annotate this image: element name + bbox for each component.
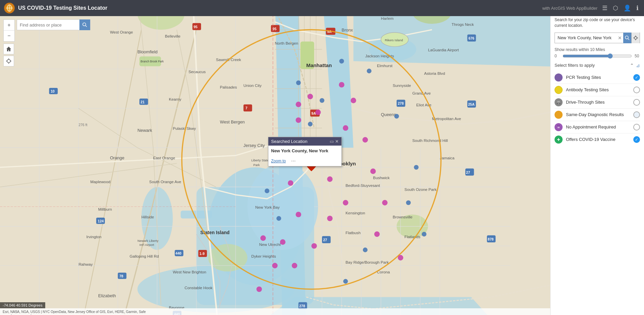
svg-point-176 <box>265 189 269 193</box>
zoom-out-button[interactable]: − <box>4 31 14 41</box>
map-attribution: Esri, NASA, NGA, USGS | NYC OpenData, Ne… <box>0 308 644 315</box>
map-search-input[interactable] <box>17 22 79 28</box>
svg-text:276 ft: 276 ft <box>78 123 87 127</box>
map-search-button[interactable] <box>79 19 90 30</box>
svg-text:Palisades: Palisades <box>220 85 237 89</box>
svg-text:Newark Liberty: Newark Liberty <box>137 239 158 243</box>
svg-point-227 <box>557 103 558 104</box>
svg-text:Jamaica: Jamaica <box>440 156 455 160</box>
svg-point-200 <box>260 235 266 241</box>
svg-text:Belleville: Belleville <box>165 34 180 38</box>
layers-icon[interactable]: ⬡ <box>611 3 620 13</box>
filters-header: Select filters to apply ⌃ ⊿ <box>555 63 640 68</box>
filter-checkbox-sameday[interactable] <box>633 111 640 118</box>
svg-text:21: 21 <box>141 100 145 104</box>
filter-label-antibody: Antibody Testing Sites <box>566 87 630 92</box>
svg-text:South Ozone Park: South Ozone Park <box>404 187 437 192</box>
svg-text:Elizabeth: Elizabeth <box>98 293 116 298</box>
filter-item-antibody: Antibody Testing Sites <box>555 84 640 96</box>
svg-point-180 <box>315 109 321 115</box>
filter-item-vaccine: Offers COVID-19 Vaccine <box>555 134 640 146</box>
app-logo <box>4 3 15 13</box>
filter-checkbox-pcr[interactable] <box>633 74 640 81</box>
searched-location-popup: Searched Location ▭ ✕ New York County, N… <box>268 137 342 166</box>
svg-point-214 <box>83 23 86 26</box>
popup-more-options[interactable]: ··· <box>291 158 296 164</box>
svg-point-185 <box>327 176 332 182</box>
svg-point-202 <box>256 286 262 292</box>
svg-text:10: 10 <box>51 89 55 93</box>
filter-item-pcr: PCR Testing Sites <box>555 71 640 84</box>
svg-text:South Orange Ave: South Orange Ave <box>149 179 181 184</box>
menu-icon[interactable]: ☰ <box>601 3 609 13</box>
filter-checkbox-antibody[interactable] <box>633 87 640 93</box>
home-button[interactable] <box>3 44 14 54</box>
svg-text:27: 27 <box>323 238 327 242</box>
svg-point-191 <box>311 243 317 249</box>
svg-point-193 <box>351 98 356 103</box>
svg-point-187 <box>327 216 332 221</box>
panel-search-go-button[interactable] <box>623 33 631 43</box>
svg-point-192 <box>343 125 348 130</box>
popup-zoom-link[interactable]: Zoom to <box>271 159 286 163</box>
map-search-bar <box>17 19 90 30</box>
range-slider[interactable] <box>563 53 632 59</box>
svg-point-179 <box>296 102 301 107</box>
svg-text:Millburn: Millburn <box>98 207 112 211</box>
svg-point-189 <box>280 239 285 245</box>
svg-text:676: 676 <box>468 36 474 40</box>
svg-text:Pulaski Skwy: Pulaski Skwy <box>173 126 196 130</box>
svg-text:West Orange: West Orange <box>110 30 133 34</box>
svg-point-197 <box>382 200 387 205</box>
locate-button[interactable] <box>3 56 14 66</box>
info-icon[interactable]: ℹ <box>635 3 640 13</box>
panel-search-input[interactable] <box>555 35 617 40</box>
filter-item-drive: Drive-Through Sites <box>555 96 640 109</box>
svg-point-196 <box>370 168 376 174</box>
map-area: Manhattan Brooklyn Queens Bronx Staten I… <box>0 16 644 315</box>
svg-point-181 <box>296 117 301 123</box>
panel-search-clear-button[interactable]: ✕ <box>617 35 623 41</box>
svg-text:124: 124 <box>98 219 104 223</box>
map-toolbar: + − <box>3 19 15 66</box>
svg-point-172 <box>406 200 411 205</box>
svg-point-167 <box>308 122 313 126</box>
svg-text:East Orange: East Orange <box>153 156 175 160</box>
svg-text:Elmhurst: Elmhurst <box>377 63 393 68</box>
svg-text:Rahway: Rahway <box>78 262 92 266</box>
svg-rect-130 <box>244 104 252 111</box>
svg-point-228 <box>560 103 561 104</box>
share-icon[interactable]: 👤 <box>622 3 632 13</box>
svg-text:Park: Park <box>253 163 260 167</box>
app-subtitle: with ArcGIS Web AppBuilder <box>542 6 597 11</box>
filter-list: PCR Testing Sites Antibody Testing Sites… <box>555 71 640 146</box>
svg-text:Jersey City: Jersey City <box>244 143 265 148</box>
svg-text:9A: 9A <box>311 111 316 115</box>
svg-text:West Bergen: West Bergen <box>220 119 245 124</box>
filters-label: Select filters to apply <box>555 63 595 68</box>
svg-text:Metropolitan Ave: Metropolitan Ave <box>432 116 461 121</box>
zoom-in-button[interactable]: + <box>4 20 14 31</box>
filter-checkbox-drive[interactable] <box>633 99 640 106</box>
popup-close-icon[interactable]: ✕ <box>335 139 339 144</box>
svg-text:Branch Brook Park: Branch Brook Park <box>141 60 164 63</box>
svg-text:Brownsville: Brownsville <box>393 215 412 219</box>
svg-text:Harlem: Harlem <box>381 16 394 20</box>
svg-point-171 <box>414 165 418 170</box>
svg-point-170 <box>394 114 399 118</box>
popup-title: Searched Location <box>271 139 307 144</box>
filter-label-pcr: PCR Testing Sites <box>566 75 630 80</box>
popup-minimize-icon[interactable]: ▭ <box>330 139 334 144</box>
filter-checkbox-noappt[interactable] <box>633 124 640 130</box>
filter-checkbox-vaccine[interactable] <box>633 136 640 143</box>
svg-text:440: 440 <box>176 251 182 255</box>
svg-text:Maplewood: Maplewood <box>90 179 111 184</box>
svg-rect-232 <box>559 125 560 126</box>
svg-text:Secaucus: Secaucus <box>189 69 206 74</box>
svg-point-195 <box>363 137 368 143</box>
svg-text:Orange: Orange <box>110 155 124 160</box>
svg-point-177 <box>276 216 281 221</box>
filters-collapse-icon[interactable]: ⌃ <box>630 63 634 68</box>
panel-locate-button[interactable] <box>631 33 640 43</box>
svg-text:Kearny: Kearny <box>169 97 181 101</box>
